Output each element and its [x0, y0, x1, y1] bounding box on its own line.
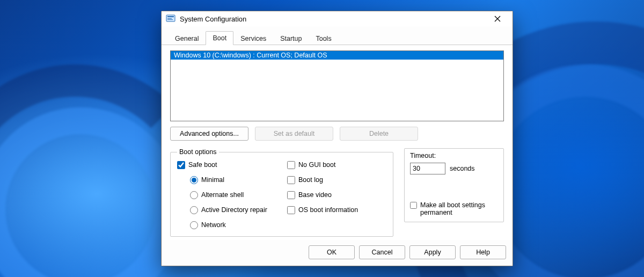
tab-startup[interactable]: Startup [273, 32, 309, 45]
tab-general[interactable]: General [168, 32, 206, 45]
tab-boot[interactable]: Boot [206, 31, 233, 45]
tab-services[interactable]: Services [233, 32, 273, 45]
timeout-unit: seconds [450, 165, 475, 172]
safe-boot-altshell-row[interactable]: Alternate shell [177, 189, 276, 201]
close-button[interactable] [487, 11, 508, 26]
base-video-row[interactable]: Base video [287, 189, 386, 201]
safe-boot-altshell-radio[interactable] [190, 191, 198, 199]
no-gui-boot-checkbox[interactable] [287, 161, 295, 169]
os-buttons-row: Advanced options... Set as default Delet… [170, 127, 504, 141]
safe-boot-network-label: Network [201, 221, 226, 229]
safe-boot-label: Safe boot [188, 161, 217, 169]
safe-boot-adrepair-radio[interactable] [190, 206, 198, 214]
safe-boot-minimal-label: Minimal [201, 176, 224, 184]
safe-boot-network-radio[interactable] [190, 221, 198, 229]
boot-log-row[interactable]: Boot log [287, 174, 386, 186]
svg-rect-2 [167, 18, 172, 19]
os-boot-info-checkbox[interactable] [287, 206, 295, 214]
base-video-checkbox[interactable] [287, 191, 295, 199]
delete-button[interactable]: Delete [340, 127, 418, 141]
tab-tools[interactable]: Tools [309, 32, 338, 45]
timeout-label: Timeout: [410, 152, 498, 159]
window-title: System Configuration [180, 15, 246, 23]
safe-boot-minimal-radio[interactable] [190, 176, 198, 184]
boot-tabpage: Windows 10 (C:\windows) : Current OS; De… [162, 45, 513, 240]
close-icon [494, 16, 501, 22]
safe-boot-checkbox-row[interactable]: Safe boot [177, 159, 276, 171]
safe-boot-checkbox[interactable] [177, 161, 185, 169]
os-boot-info-row[interactable]: OS boot information [287, 204, 386, 216]
make-permanent-label: Make all boot settings permanent [420, 201, 498, 216]
make-permanent-row[interactable]: Make all boot settings permanent [410, 201, 498, 216]
base-video-label: Base video [298, 191, 332, 199]
svg-rect-3 [167, 19, 173, 20]
safe-boot-adrepair-row[interactable]: Active Directory repair [177, 204, 276, 216]
msconfig-icon [166, 14, 175, 24]
safe-boot-minimal-row[interactable]: Minimal [177, 174, 276, 186]
advanced-options-button[interactable]: Advanced options... [170, 127, 248, 141]
help-button[interactable]: Help [460, 245, 506, 259]
dialog-buttons: OK Cancel Apply Help [162, 240, 513, 266]
make-permanent-checkbox[interactable] [410, 201, 417, 209]
os-list[interactable]: Windows 10 (C:\windows) : Current OS; De… [170, 50, 504, 121]
options-row: Boot options Safe boot Minimal [170, 148, 504, 237]
titlebar: System Configuration [162, 11, 513, 26]
tabstrip: General Boot Services Startup Tools [162, 26, 513, 45]
no-gui-boot-label: No GUI boot [298, 161, 335, 169]
no-gui-boot-row[interactable]: No GUI boot [287, 159, 386, 171]
timeout-input[interactable] [410, 163, 445, 174]
set-as-default-button[interactable]: Set as default [255, 127, 333, 141]
os-list-entry[interactable]: Windows 10 (C:\windows) : Current OS; De… [171, 51, 503, 60]
timeout-group: Timeout: seconds Make all boot settings … [404, 148, 504, 222]
svg-rect-1 [167, 16, 174, 17]
ok-button[interactable]: OK [309, 245, 355, 259]
apply-button[interactable]: Apply [409, 245, 456, 259]
os-boot-info-label: OS boot information [298, 206, 358, 214]
safe-boot-altshell-label: Alternate shell [201, 191, 244, 199]
safe-boot-network-row[interactable]: Network [177, 219, 276, 231]
boot-options-legend: Boot options [177, 148, 219, 156]
boot-log-label: Boot log [298, 176, 323, 184]
system-configuration-dialog: System Configuration General Boot Servic… [161, 11, 513, 266]
boot-options-group: Boot options Safe boot Minimal [170, 148, 393, 237]
safe-boot-adrepair-label: Active Directory repair [201, 206, 267, 214]
boot-log-checkbox[interactable] [287, 176, 295, 184]
cancel-button[interactable]: Cancel [359, 245, 405, 259]
